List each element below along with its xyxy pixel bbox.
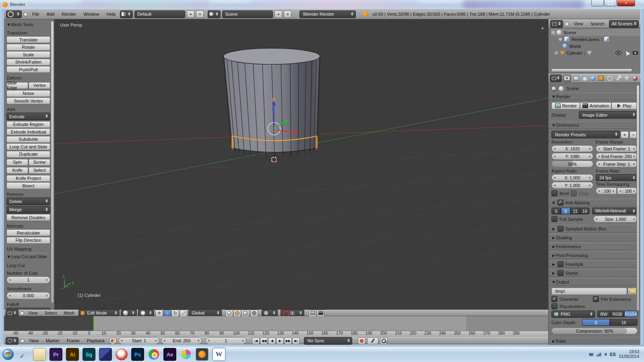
taskbar-app-illustrator[interactable]: Ai bbox=[66, 348, 79, 361]
tab-object[interactable] bbox=[597, 75, 605, 82]
color-depth-16[interactable]: 16 bbox=[610, 319, 638, 326]
motion-blur-checkbox[interactable] bbox=[557, 226, 564, 232]
minimize-button[interactable]: — bbox=[591, 0, 604, 6]
panel-expand-icon[interactable]: ► bbox=[551, 271, 556, 276]
outliner-filter-dropdown[interactable]: All Scenes bbox=[609, 20, 639, 28]
tool-button[interactable]: Subdivide bbox=[6, 136, 50, 143]
taskbar-app-file-manager[interactable] bbox=[33, 348, 46, 361]
freestyle-checkbox[interactable] bbox=[557, 261, 564, 267]
collapse-icon[interactable]: ⊕ bbox=[558, 37, 562, 42]
aa-samples-16[interactable]: 16 bbox=[580, 208, 590, 214]
maximize-button[interactable] bbox=[604, 0, 617, 6]
menu-file[interactable]: File bbox=[29, 12, 42, 16]
screen-layout-icon-dropdown[interactable] bbox=[120, 10, 133, 18]
tab-world[interactable] bbox=[589, 75, 597, 82]
current-frame-line[interactable] bbox=[93, 316, 94, 331]
compression-slider[interactable]: Compression: 90% bbox=[551, 327, 638, 334]
cursor-3d[interactable] bbox=[270, 156, 279, 164]
panel-expand-icon[interactable]: ► bbox=[551, 226, 556, 231]
panel-expand-icon[interactable]: ▼ bbox=[551, 94, 556, 99]
panel-expand-icon[interactable]: ► bbox=[551, 235, 556, 240]
tool-button[interactable]: Duplicate bbox=[6, 151, 50, 158]
timeline-menu-frame[interactable]: Frame bbox=[64, 338, 83, 343]
selectability-cursor-icon[interactable] bbox=[624, 50, 630, 56]
taskbar-app-encore[interactable] bbox=[99, 348, 112, 361]
aspect-x-field[interactable]: X: 1.000 bbox=[551, 174, 593, 181]
full-sample-checkbox[interactable] bbox=[551, 216, 557, 222]
cylinder-mesh[interactable] bbox=[223, 48, 320, 156]
panel-expand-icon[interactable]: ▼ bbox=[6, 22, 11, 27]
taskbar-app-after-effects[interactable]: Ae bbox=[163, 348, 176, 361]
snap-dropdown[interactable] bbox=[281, 309, 304, 317]
knife-select-button[interactable]: Select bbox=[29, 167, 50, 174]
render-engine-selector[interactable]: Blender Render bbox=[299, 10, 356, 18]
outliner-scrollbar[interactable] bbox=[551, 68, 632, 72]
panel-expand-icon[interactable]: ▼ bbox=[551, 200, 556, 205]
current-frame-field[interactable]: 1 bbox=[205, 337, 246, 344]
opengl-render-image-button[interactable] bbox=[309, 310, 316, 317]
tab-render-layers[interactable] bbox=[572, 75, 580, 82]
performance-panel-header[interactable]: ► Performance bbox=[549, 243, 640, 250]
timeline-band[interactable] bbox=[4, 316, 548, 331]
render-still-button[interactable]: Render bbox=[551, 102, 580, 109]
tool-button[interactable]: Loop Cut and Slide bbox=[6, 143, 50, 150]
remap-new-field[interactable]: : 100 bbox=[617, 187, 638, 194]
dimensions-panel-header[interactable]: ▼ Dimensions bbox=[549, 121, 640, 129]
tool-button[interactable]: Bisect bbox=[6, 182, 50, 189]
delete-scene-button[interactable]: × bbox=[284, 10, 291, 18]
pivot-center-dropdown[interactable] bbox=[138, 309, 154, 317]
keying-set-button[interactable] bbox=[367, 337, 378, 344]
taskbar-app-word[interactable]: W bbox=[212, 348, 226, 361]
taskbar-app-premiere[interactable]: Pr bbox=[50, 348, 62, 361]
crop-checkbox[interactable] bbox=[571, 190, 577, 196]
frame-rate-dropdown[interactable]: 24 fps bbox=[596, 174, 638, 181]
slide-edge-button[interactable]: Slide Edge bbox=[6, 82, 28, 89]
clock[interactable]: 19:53 01/05/2014 bbox=[619, 350, 639, 359]
use-preview-range-button[interactable] bbox=[109, 337, 117, 344]
collapse-menus-toggle[interactable] bbox=[20, 339, 25, 343]
jump-prev-keyframe-button[interactable]: ◀◀ bbox=[260, 337, 268, 344]
tool-button[interactable]: Scale bbox=[6, 51, 50, 58]
rotate-manipulator-button[interactable]: ↻ bbox=[171, 310, 179, 317]
output-panel-header[interactable]: ▼ Output bbox=[549, 278, 640, 286]
view3d-menu-mesh[interactable]: Mesh bbox=[61, 311, 77, 315]
add-scene-button[interactable]: + bbox=[275, 10, 282, 18]
output-path-field[interactable]: /tmp\ bbox=[551, 288, 627, 295]
shading-panel-header[interactable]: ► Shading bbox=[549, 234, 640, 241]
editor-type-button[interactable] bbox=[550, 20, 563, 28]
post-processing-panel-header[interactable]: ► Post Processing bbox=[549, 251, 640, 259]
scene-selector[interactable]: Scene bbox=[222, 10, 273, 18]
outliner-row-cylinder[interactable]: ⊖ Cylinder | bbox=[551, 49, 640, 56]
knife-button[interactable]: Knife bbox=[6, 167, 28, 174]
pin-icon[interactable] bbox=[551, 86, 556, 91]
panel-expand-icon[interactable]: ► bbox=[551, 339, 556, 343]
antialiasing-panel-header[interactable]: ▼ Anti-Aliasing bbox=[549, 199, 640, 206]
color-depth-8[interactable]: 8 bbox=[582, 319, 610, 326]
menu-render[interactable]: Render bbox=[59, 12, 79, 16]
outliner-row-scene[interactable]: ⊖ Scene bbox=[551, 29, 640, 36]
viewport-shading-dropdown[interactable] bbox=[121, 309, 137, 317]
overwrite-checkbox[interactable] bbox=[551, 296, 557, 302]
face-select-button[interactable] bbox=[242, 310, 249, 317]
color-mode-rgba[interactable]: RGBA bbox=[624, 311, 638, 317]
start-frame-field[interactable]: Start: 1 bbox=[118, 337, 159, 344]
tool-button[interactable]: Translate bbox=[6, 36, 50, 43]
network-icon[interactable] bbox=[597, 353, 601, 356]
end-frame-field[interactable]: End: 250 bbox=[161, 337, 202, 344]
screen-layout-selector[interactable]: Default bbox=[134, 10, 185, 18]
collapse-menus-toggle[interactable] bbox=[565, 22, 569, 26]
spin-button[interactable]: Spin bbox=[6, 159, 28, 166]
smoothness-field[interactable]: 0.000 bbox=[6, 292, 50, 299]
editor-type-button[interactable] bbox=[6, 10, 22, 18]
tool-button[interactable]: Noise bbox=[6, 90, 50, 97]
extrude-dropdown[interactable]: Extrude bbox=[6, 113, 50, 120]
editor-type-button[interactable] bbox=[6, 337, 19, 345]
remap-old-field[interactable]: : 100 bbox=[596, 187, 617, 194]
delete-dropdown[interactable]: Delete bbox=[6, 197, 50, 205]
taskbar-app-resolve[interactable] bbox=[180, 348, 192, 360]
outliner-row-world[interactable]: World bbox=[551, 43, 640, 49]
transform-orientation-dropdown[interactable]: Global bbox=[188, 309, 222, 317]
tool-button[interactable]: Push/Pull bbox=[6, 66, 50, 73]
bake-panel-header[interactable]: ► Bake bbox=[549, 337, 640, 345]
jump-to-start-button[interactable]: |◀ bbox=[252, 337, 260, 344]
